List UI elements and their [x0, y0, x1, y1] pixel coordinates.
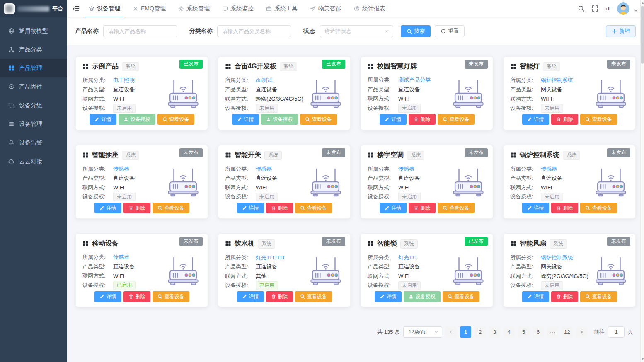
search-button[interactable]: 搜索 [401, 25, 431, 37]
product-type-value: 直连设备 [398, 86, 420, 93]
system-tag: 系统 [264, 151, 282, 160]
auth-label: 设备授权: [510, 282, 541, 289]
sidebar-item-product-manage[interactable]: 产品管理 [0, 59, 67, 77]
product-name-input[interactable] [103, 25, 177, 37]
sidebar-item-general-model[interactable]: 通用物模型 [0, 22, 67, 40]
category-link[interactable]: 传感器 [256, 165, 272, 173]
page-size-value: 12条/页 [409, 328, 426, 335]
delete-button[interactable]: 删除 [123, 291, 150, 302]
page-button-1[interactable]: 1 [460, 326, 471, 338]
delete-button[interactable]: 删除 [123, 203, 150, 213]
view-devices-button[interactable]: 查看设备 [153, 203, 189, 213]
view-devices-button[interactable]: 查看设备 [295, 203, 332, 213]
page-ellipsis[interactable]: ··· [547, 326, 558, 338]
next-page-button[interactable] [576, 326, 587, 338]
product-card: 未发布 智能风扇 系统 所属分类:锅炉控制系统 产品类型:网关设备 联网方式:蜂… [503, 234, 636, 307]
header-search-icon[interactable] [578, 5, 585, 12]
detail-button[interactable]: 详情 [237, 291, 264, 302]
tab-emq-manage[interactable]: EMQ管理 [133, 0, 166, 17]
goto-page-input[interactable] [608, 326, 625, 338]
tab-report[interactable]: 统计报表 [354, 0, 385, 17]
category-link[interactable]: 传感器 [541, 165, 557, 173]
detail-button[interactable]: 详情 [380, 203, 407, 213]
authorize-button[interactable]: 设备授权 [261, 114, 298, 125]
font-size-icon[interactable]: тT [605, 6, 610, 11]
view-devices-button[interactable]: 查看设备 [153, 291, 189, 302]
avatar[interactable] [617, 2, 629, 15]
tab-device-manage[interactable]: 设备管理 [89, 0, 120, 17]
detail-button[interactable]: 详情 [522, 291, 549, 302]
scrollbar-thumb[interactable] [641, 6, 644, 64]
sidebar-item-device-alarm[interactable]: 设备告警 [0, 133, 67, 152]
page-button-12[interactable]: 12 [562, 326, 573, 338]
delete-button[interactable]: 删除 [409, 114, 436, 125]
scroll-down-arrow-icon[interactable] [642, 358, 644, 360]
reset-button[interactable]: 重置 [435, 25, 465, 37]
detail-button[interactable]: 详情 [237, 203, 264, 213]
detail-button[interactable]: 详情 [522, 203, 549, 213]
category-name-input[interactable] [217, 25, 291, 37]
tab-system-tools[interactable]: 系统工具 [266, 0, 298, 17]
detail-button[interactable]: 详情 [232, 114, 259, 125]
view-devices-button[interactable]: 查看设备 [580, 114, 617, 125]
page-button-4[interactable]: 4 [504, 326, 515, 338]
sidebar-item-product-category[interactable]: 产品分类 [0, 40, 67, 59]
delete-button[interactable]: 删除 [266, 203, 293, 213]
view-devices-button[interactable]: 查看设备 [443, 291, 479, 302]
detail-button[interactable]: 详情 [375, 291, 402, 302]
page-button-5[interactable]: 5 [518, 326, 529, 338]
add-button[interactable]: 新增 [606, 25, 636, 37]
sidebar-item-device-manage[interactable]: 设备管理 [0, 115, 67, 133]
delete-button[interactable]: 删除 [409, 203, 436, 213]
scroll-up-arrow-icon[interactable] [642, 2, 644, 4]
user-menu-caret-icon[interactable] [634, 8, 638, 13]
firmware-icon [8, 84, 15, 90]
detail-button[interactable]: 详情 [94, 203, 121, 213]
category-link[interactable]: 测试产品分类 [398, 76, 431, 84]
category-link[interactable]: 传感器 [113, 165, 129, 173]
auth-label: 设备授权: [225, 282, 256, 289]
tab-system-monitor[interactable]: 系统监控 [222, 0, 254, 17]
detail-button[interactable]: 详情 [90, 114, 116, 125]
sidebar-item-product-firmware[interactable]: 产品固件 [0, 77, 67, 96]
tab-system-manage[interactable]: 系统管理 [178, 0, 210, 17]
category-link[interactable]: du测试 [256, 77, 272, 84]
view-devices-button[interactable]: 查看设备 [157, 114, 194, 125]
category-link[interactable]: 锅炉控制系统 [541, 254, 573, 261]
authorize-button[interactable]: 设备授权 [404, 291, 441, 302]
status-select[interactable]: 请选择状态 [320, 25, 393, 37]
category-link[interactable]: 电工照明 [113, 77, 135, 84]
view-devices-button[interactable]: 查看设备 [438, 203, 475, 213]
category-link[interactable]: 锅炉控制系统 [541, 77, 573, 84]
page-button-2[interactable]: 2 [475, 326, 486, 338]
authorize-button[interactable]: 设备授权 [119, 114, 155, 125]
view-devices-button[interactable]: 查看设备 [438, 114, 475, 125]
sidebar-item-device-group[interactable]: 设备分组 [0, 96, 67, 115]
category-link[interactable]: 灯光111 [398, 254, 417, 261]
sidebar-collapse-icon[interactable] [72, 5, 80, 12]
tab-wumei-smart[interactable]: 物美智能 [310, 0, 341, 17]
view-devices-button[interactable]: 查看设备 [580, 203, 617, 213]
detail-button[interactable]: 详情 [380, 114, 407, 125]
page-button-6[interactable]: 6 [533, 326, 544, 338]
scrollbar[interactable] [640, 0, 644, 362]
sidebar-item-label: 设备分组 [19, 102, 42, 109]
delete-button[interactable]: 删除 [266, 291, 293, 302]
delete-button[interactable]: 删除 [551, 291, 578, 302]
view-devices-button[interactable]: 查看设备 [300, 114, 337, 125]
page-size-select[interactable]: 12条/页 [403, 326, 442, 338]
fullscreen-icon[interactable] [591, 5, 598, 12]
category-link[interactable]: 灯光1111111 [256, 254, 285, 261]
category-link[interactable]: 传感器 [398, 165, 414, 173]
category-link[interactable]: 传感器 [113, 253, 129, 261]
delete-button[interactable]: 删除 [551, 114, 578, 125]
detail-button[interactable]: 详情 [522, 114, 549, 125]
detail-button[interactable]: 详情 [94, 291, 121, 302]
delete-button[interactable]: 删除 [551, 203, 578, 213]
view-devices-button[interactable]: 查看设备 [295, 291, 332, 302]
page-button-3[interactable]: 3 [489, 326, 500, 338]
view-devices-button[interactable]: 查看设备 [580, 291, 617, 302]
prev-page-button[interactable] [445, 326, 457, 338]
network-value: WIFI [256, 184, 267, 191]
sidebar-item-cloud-connect[interactable]: 云云对接 [0, 152, 67, 171]
